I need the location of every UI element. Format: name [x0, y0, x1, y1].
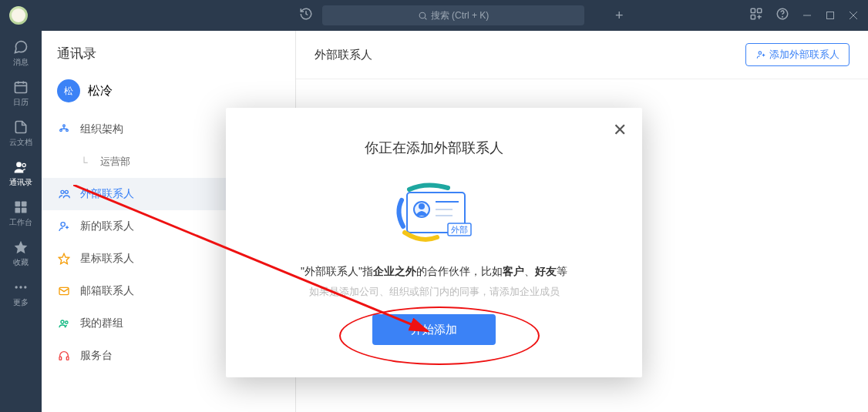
calendar-icon: [12, 79, 29, 95]
nav-rail: 消息 日历 云文档 通讯录 工作台 收藏 更多: [0, 31, 42, 412]
sidebar-item-label: 星标联系人: [80, 252, 134, 266]
minimize-icon[interactable]: [802, 10, 812, 21]
docs-icon: [12, 119, 29, 136]
sidebar-item-label: 组织架构: [80, 122, 123, 136]
sidebar-item-label: 运营部: [100, 155, 130, 169]
svg-point-48: [419, 203, 425, 209]
chat-icon: [12, 39, 29, 55]
star-icon: [12, 239, 29, 256]
modal-description: "外部联系人"指企业之外的合作伙伴，比如客户、好友等: [226, 265, 642, 279]
nav-messages[interactable]: 消息: [5, 39, 36, 68]
nav-item-label: 日历: [13, 97, 29, 108]
page-title: 外部联系人: [315, 48, 372, 62]
search-icon: [418, 11, 428, 21]
svg-rect-17: [15, 202, 21, 207]
sidebar-item-label: 邮箱联系人: [80, 284, 134, 298]
svg-point-22: [15, 286, 18, 288]
close-icon[interactable]: [848, 10, 859, 21]
svg-rect-20: [22, 208, 27, 213]
svg-point-28: [60, 129, 62, 132]
tree-icon: └: [77, 155, 91, 169]
svg-point-15: [16, 162, 22, 167]
svg-marker-37: [59, 253, 69, 263]
svg-rect-8: [827, 12, 834, 19]
nav-item-label: 工作台: [9, 217, 32, 228]
sidebar-item-label: 外部联系人: [80, 187, 134, 201]
search-input[interactable]: 搜索 (Ctrl + K): [322, 5, 584, 25]
external-contact-illustration: 外部: [388, 179, 480, 248]
sidebar-item-label: 我的群组: [80, 317, 123, 330]
external-contact-icon: [57, 187, 71, 201]
grid-icon: [12, 199, 29, 216]
nav-contacts[interactable]: 通讯录: [5, 159, 36, 188]
svg-point-33: [65, 190, 68, 193]
svg-rect-42: [66, 357, 69, 360]
svg-point-0: [419, 12, 426, 18]
sidebar-title: 通讯录: [42, 31, 295, 73]
svg-point-29: [66, 129, 69, 132]
svg-rect-3: [758, 8, 762, 12]
svg-point-25: [63, 125, 66, 127]
svg-rect-4: [751, 15, 755, 19]
group-icon: [57, 317, 71, 330]
user-avatar[interactable]: [9, 6, 28, 25]
nav-item-label: 通讯录: [9, 177, 32, 188]
svg-rect-19: [15, 208, 21, 213]
org-icon: [57, 122, 71, 136]
nav-item-label: 收藏: [13, 257, 29, 268]
svg-text:外部: 外部: [451, 225, 468, 234]
nav-item-label: 云文档: [9, 137, 32, 148]
nav-more[interactable]: 更多: [5, 279, 36, 308]
svg-point-34: [61, 223, 65, 226]
maximize-icon[interactable]: [825, 10, 836, 21]
svg-line-1: [425, 18, 426, 19]
user-name: 松冷: [88, 83, 113, 99]
plus-icon[interactable]: +: [615, 8, 624, 24]
nav-workbench[interactable]: 工作台: [5, 199, 36, 228]
contacts-icon: [12, 159, 29, 176]
modal-subdescription: 如果是添加公司、组织或部门内的同事，请添加企业成员: [226, 285, 642, 299]
svg-point-43: [759, 52, 762, 55]
titlebar: 搜索 (Ctrl + K) +: [0, 0, 868, 31]
svg-marker-21: [15, 241, 28, 254]
svg-point-16: [22, 163, 25, 166]
add-external-contact-modal: ✕ 你正在添加外部联系人 外部 "外部联系人"指企业之外的合作伙伴，比如客户、好…: [226, 108, 642, 377]
svg-point-32: [61, 190, 64, 193]
close-icon[interactable]: ✕: [613, 120, 627, 140]
svg-point-6: [782, 16, 783, 17]
history-icon[interactable]: [299, 7, 313, 24]
svg-point-40: [66, 321, 68, 323]
svg-rect-41: [59, 357, 62, 360]
svg-point-39: [61, 320, 64, 323]
modal-title: 你正在添加外部联系人: [226, 139, 642, 157]
headset-icon: [57, 349, 71, 363]
sidebar-item-label: 新的联系人: [80, 219, 134, 233]
app-store-icon[interactable]: [749, 7, 763, 24]
add-user-icon: [755, 49, 766, 60]
star-icon: [57, 252, 71, 266]
nav-item-label: 更多: [13, 297, 29, 308]
svg-point-23: [19, 286, 22, 288]
search-placeholder: 搜索 (Ctrl + K): [431, 9, 490, 22]
button-label: 添加外部联系人: [769, 48, 839, 62]
sidebar-item-label: 服务台: [80, 349, 113, 363]
more-icon: [12, 279, 29, 296]
svg-point-24: [24, 286, 26, 288]
svg-rect-18: [22, 202, 27, 207]
help-icon[interactable]: [775, 7, 789, 24]
svg-rect-11: [15, 82, 27, 92]
avatar: 松: [57, 79, 80, 102]
add-user-icon: [57, 219, 71, 233]
nav-calendar[interactable]: 日历: [5, 79, 36, 108]
nav-item-label: 消息: [13, 57, 29, 68]
nav-docs[interactable]: 云文档: [5, 119, 36, 148]
svg-rect-2: [751, 8, 755, 12]
mail-icon: [57, 284, 71, 298]
start-add-button[interactable]: 开始添加: [372, 314, 496, 345]
add-external-contact-button[interactable]: 添加外部联系人: [745, 43, 849, 66]
nav-favorites[interactable]: 收藏: [5, 239, 36, 268]
